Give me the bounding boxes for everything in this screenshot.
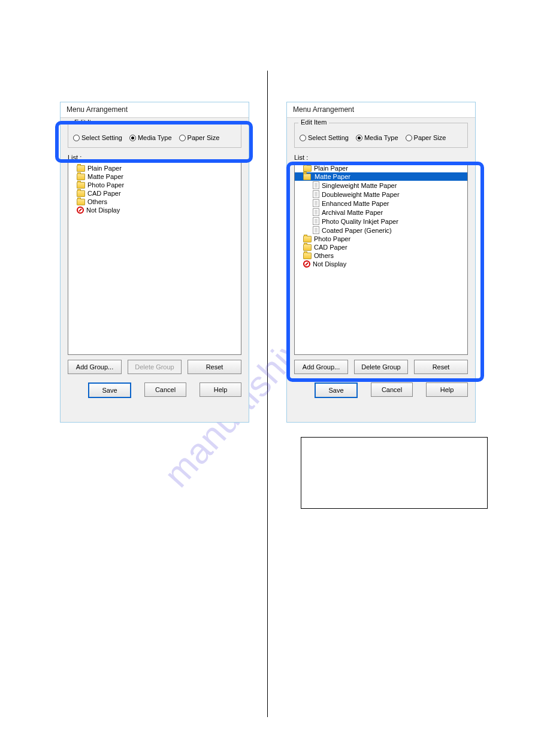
tree-item-label: Photo Quality Inkjet Paper: [322, 218, 398, 225]
tree-item[interactable]: Enhanced Matte Paper: [295, 199, 467, 208]
not-display-icon: [77, 207, 84, 214]
edit-item-group-label: Edit Item: [72, 119, 102, 126]
radio-label: Select Setting: [81, 134, 122, 141]
tree-item[interactable]: Not Display: [295, 260, 467, 268]
edit-item-radio-row: Select Setting Media Type Paper Size: [73, 134, 236, 141]
folder-icon: [303, 253, 312, 259]
save-button[interactable]: Save: [88, 382, 131, 398]
document-icon: [313, 190, 319, 198]
tree-item-label: Doubleweight Matte Paper: [322, 191, 400, 198]
tree-item[interactable]: Plain Paper: [295, 164, 467, 172]
tree-item-label: Others: [314, 252, 334, 259]
radio-paper-size[interactable]: Paper Size: [406, 134, 446, 141]
tree-item-label: Singleweight Matte Paper: [322, 182, 397, 189]
save-button[interactable]: Save: [315, 382, 358, 398]
delete-group-button: Delete Group: [128, 360, 182, 374]
folder-icon: [77, 199, 85, 205]
dialog-title: Menu Arrangement: [61, 102, 249, 118]
tree-item[interactable]: Plain Paper: [68, 164, 241, 172]
radio-label: Media Type: [364, 134, 398, 141]
radio-media-type[interactable]: Media Type: [356, 134, 398, 141]
tree-item-label: Enhanced Matte Paper: [322, 200, 389, 207]
document-icon: [313, 226, 319, 234]
dialog-title: Menu Arrangement: [287, 102, 475, 118]
tree-item[interactable]: CAD Paper: [295, 243, 467, 251]
radio-circle-icon: [300, 135, 306, 141]
reset-button[interactable]: Reset: [414, 360, 468, 374]
tree-item-label: Plain Paper: [314, 165, 348, 172]
folder-icon: [303, 165, 312, 172]
folder-open-icon: [303, 174, 312, 180]
radio-select-setting[interactable]: Select Setting: [300, 134, 349, 141]
tree-item[interactable]: Singleweight Matte Paper: [295, 181, 467, 190]
blank-annotation-box: [301, 437, 488, 509]
folder-icon: [77, 190, 85, 197]
list-label: List :: [294, 154, 468, 161]
tree-item[interactable]: Photo Paper: [68, 181, 241, 189]
tree-item[interactable]: Matte Paper: [68, 172, 241, 181]
folder-icon: [303, 244, 312, 251]
tree-item-label: Plain Paper: [87, 165, 122, 172]
document-icon: [313, 208, 319, 216]
radio-select-setting[interactable]: Select Setting: [73, 134, 122, 141]
help-button[interactable]: Help: [200, 382, 241, 397]
folder-icon: [77, 165, 85, 172]
edit-item-group: Edit Item Select Setting Media Type Pape…: [68, 123, 241, 148]
tree-item[interactable]: Matte Paper: [295, 172, 467, 181]
tree-item[interactable]: Not Display: [68, 206, 241, 214]
help-button[interactable]: Help: [426, 382, 468, 397]
edit-item-group-label: Edit Item: [298, 119, 329, 126]
add-group-button[interactable]: Add Group...: [68, 360, 122, 374]
radio-label: Paper Size: [188, 134, 220, 141]
document-icon: [313, 181, 319, 189]
tree-item[interactable]: Coated Paper (Generic): [295, 226, 467, 235]
document-icon: [313, 199, 319, 207]
radio-label: Paper Size: [414, 134, 446, 141]
radio-label: Media Type: [138, 134, 172, 141]
folder-icon: [77, 174, 85, 180]
tree-item[interactable]: Others: [295, 251, 467, 260]
radio-circle-selected-icon: [356, 135, 362, 141]
tree-item[interactable]: CAD Paper: [68, 189, 241, 198]
folder-icon: [303, 236, 312, 242]
add-group-button[interactable]: Add Group...: [294, 360, 348, 374]
tree-item-label: Others: [87, 198, 107, 205]
radio-label: Select Setting: [308, 134, 349, 141]
tree-item-label: Not Display: [313, 260, 346, 268]
tree-item-label: Archival Matte Paper: [322, 209, 383, 216]
tree-item[interactable]: Photo Paper: [295, 235, 467, 243]
radio-paper-size[interactable]: Paper Size: [179, 134, 220, 141]
radio-media-type[interactable]: Media Type: [129, 134, 172, 141]
tree-item-label: Not Display: [86, 207, 120, 214]
edit-item-group: Edit Item Select Setting Media Type Pape…: [294, 123, 468, 148]
radio-circle-icon: [406, 135, 412, 141]
not-display-icon: [303, 260, 310, 268]
edit-item-radio-row: Select Setting Media Type Paper Size: [300, 134, 463, 141]
page-divider: [267, 71, 268, 717]
tree-item[interactable]: Photo Quality Inkjet Paper: [295, 217, 467, 226]
tree-item-label: CAD Paper: [314, 244, 347, 251]
cancel-button[interactable]: Cancel: [371, 382, 413, 397]
radio-circle-selected-icon: [129, 135, 136, 141]
menu-arrangement-dialog-left: Menu Arrangement Edit Item Select Settin…: [60, 102, 249, 423]
cancel-button[interactable]: Cancel: [144, 382, 186, 397]
tree-item-label: Photo Paper: [87, 181, 124, 189]
tree-item-label: Matte Paper: [87, 173, 123, 180]
document-icon: [313, 217, 319, 225]
tree-item-label: Photo Paper: [314, 235, 350, 242]
tree-item[interactable]: Others: [68, 198, 241, 206]
tree-item[interactable]: Archival Matte Paper: [295, 208, 467, 217]
delete-group-button[interactable]: Delete Group: [354, 360, 408, 374]
tree-item-label: Matte Paper: [315, 173, 350, 180]
tree-item-label: CAD Paper: [87, 190, 121, 197]
list-box[interactable]: Plain PaperMatte PaperPhoto PaperCAD Pap…: [68, 162, 241, 355]
radio-circle-icon: [179, 135, 186, 141]
tree-item-label: Coated Paper (Generic): [322, 227, 392, 234]
folder-icon: [77, 182, 85, 189]
menu-arrangement-dialog-right: Menu Arrangement Edit Item Select Settin…: [286, 102, 476, 423]
reset-button[interactable]: Reset: [188, 360, 241, 374]
radio-circle-icon: [73, 135, 80, 141]
list-label: List :: [68, 154, 241, 161]
list-box[interactable]: Plain PaperMatte PaperSingleweight Matte…: [294, 162, 468, 355]
tree-item[interactable]: Doubleweight Matte Paper: [295, 190, 467, 199]
